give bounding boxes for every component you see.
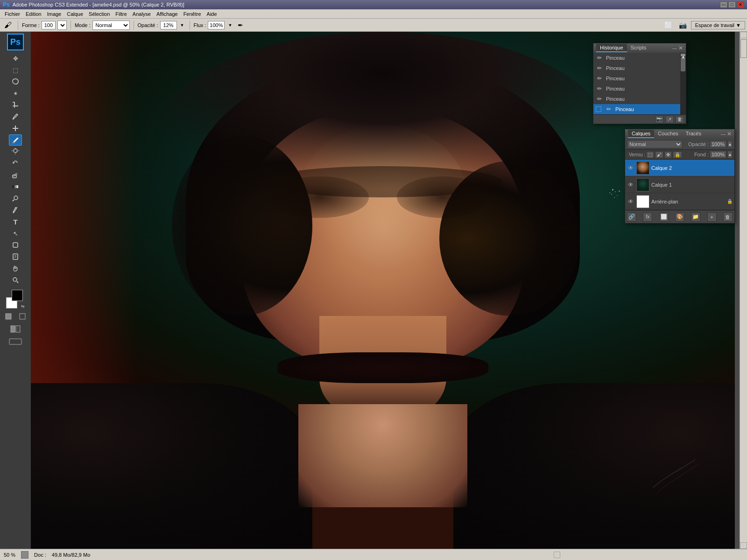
menu-affichage[interactable]: Affichage xyxy=(154,10,181,18)
tool-dodge[interactable] xyxy=(9,193,22,204)
lock-paint-btn[interactable]: 🖌 xyxy=(655,151,663,158)
proof-colors-btn[interactable] xyxy=(21,551,28,559)
tool-crop[interactable] xyxy=(9,99,22,111)
delete-layer-btn[interactable]: 🗑 xyxy=(723,212,733,222)
lock-all-btn[interactable]: 🔒 xyxy=(673,151,682,158)
menu-image[interactable]: Image xyxy=(44,10,64,18)
layer-eye-calque2[interactable]: 👁 xyxy=(627,164,634,172)
layers-panel-header[interactable]: Calques Couches Tracés — ✕ xyxy=(625,129,734,139)
menu-calque[interactable]: Calque xyxy=(64,10,86,18)
fx-btn[interactable]: fx xyxy=(643,212,652,222)
layer-row-calque2[interactable]: 👁 Calque 2 xyxy=(625,160,734,176)
airbrush-btn[interactable]: ✒ xyxy=(235,20,246,30)
opacity-input[interactable] xyxy=(160,21,177,29)
foreground-color[interactable] xyxy=(12,290,23,301)
tool-pen[interactable] xyxy=(9,204,22,216)
new-layer-btn[interactable]: + xyxy=(707,212,717,222)
fond-input[interactable] xyxy=(710,151,726,158)
layer-eye-arriere[interactable]: 👁 xyxy=(627,198,634,205)
shape-size-input[interactable] xyxy=(42,21,56,29)
menu-edition[interactable]: Edition xyxy=(23,10,44,18)
history-snapshot-btn[interactable]: 📷 xyxy=(655,116,663,123)
tool-type[interactable]: T xyxy=(9,216,22,227)
flux-input[interactable] xyxy=(208,21,225,29)
tool-zoom[interactable] xyxy=(9,274,22,286)
tool-eyedropper[interactable] xyxy=(9,111,22,122)
tab-couches[interactable]: Couches xyxy=(654,130,682,138)
fond-up-btn[interactable]: ▲ xyxy=(727,151,733,158)
history-delete-btn[interactable]: 🗑 xyxy=(676,116,684,123)
menu-aide[interactable]: Aide xyxy=(204,10,220,18)
layers-blend-mode[interactable]: Normal xyxy=(627,140,683,148)
opacity-arrow-btn[interactable]: ▼ xyxy=(179,22,186,28)
layers-opacity-input[interactable] xyxy=(710,140,726,148)
app-maximize-button[interactable]: □ xyxy=(728,1,736,8)
tool-history-brush[interactable] xyxy=(9,158,22,169)
lock-transparent-btn[interactable]: ⬚ xyxy=(646,151,654,158)
layer-row-arriere[interactable]: 👁 Arrière-plan 🔒 xyxy=(625,193,734,210)
tool-brush[interactable] xyxy=(9,134,22,146)
menu-selection[interactable]: Sélection xyxy=(86,10,113,18)
camera-btn[interactable]: 📷 xyxy=(677,20,689,30)
tool-hand[interactable] xyxy=(9,263,22,274)
screen-mode-btn[interactable]: ⬜ xyxy=(662,20,675,30)
tool-clone[interactable] xyxy=(9,146,22,157)
history-panel-header[interactable]: Historique Scripts — ✕ xyxy=(593,43,686,53)
tool-shape[interactable] xyxy=(9,239,22,251)
opacity-up-btn[interactable]: ▲ xyxy=(727,140,733,148)
history-new-btn[interactable]: ↗ xyxy=(665,116,674,123)
history-item-5[interactable]: ✏ Pinceau xyxy=(593,104,680,114)
layers-close-btn[interactable]: ✕ xyxy=(727,131,732,137)
blend-mode-select[interactable]: Normal xyxy=(92,21,130,30)
layer-eye-calque1[interactable]: 👁 xyxy=(627,181,634,189)
scrollbar-thumb[interactable] xyxy=(740,39,747,58)
workspace-btn[interactable]: Espace de travail ▼ xyxy=(691,21,745,29)
add-mask-btn[interactable]: ⬜ xyxy=(659,212,669,222)
tool-quickmask[interactable] xyxy=(9,323,22,335)
layers-collapse-btn[interactable]: — xyxy=(720,131,726,137)
brush-preset-select[interactable] xyxy=(57,21,67,30)
app-close-button[interactable]: ✕ xyxy=(737,1,744,8)
app-minimize-button[interactable]: — xyxy=(720,1,727,8)
history-scroll-thumb[interactable] xyxy=(681,57,685,71)
tab-traces[interactable]: Tracés xyxy=(682,130,705,138)
history-scrollbar[interactable]: ▲ xyxy=(680,53,686,114)
tool-move[interactable]: ✥ xyxy=(9,53,22,64)
tool-magic-wand[interactable]: ✴ xyxy=(9,88,22,99)
tool-eraser[interactable] xyxy=(9,169,22,181)
history-item-1[interactable]: ✏ Pinceau xyxy=(593,63,680,73)
tool-frame[interactable] xyxy=(16,311,29,322)
history-collapse-btn[interactable]: — xyxy=(672,45,677,51)
history-item-3[interactable]: ✏ Pinceau xyxy=(593,84,680,94)
history-item-4[interactable]: ✏ Pinceau xyxy=(593,94,680,104)
tab-historique[interactable]: Historique xyxy=(596,44,627,52)
menu-analyse[interactable]: Analyse xyxy=(130,10,154,18)
tool-screenmode[interactable] xyxy=(7,336,24,347)
color-swatches[interactable]: ⇆ xyxy=(6,290,25,308)
layer-row-calque1[interactable]: 👁 Calque 1 xyxy=(625,176,734,193)
tool-gradient[interactable] xyxy=(9,181,22,192)
tool-mask[interactable] xyxy=(2,311,15,322)
tool-notes[interactable] xyxy=(9,251,22,262)
tab-scripts[interactable]: Scripts xyxy=(627,44,650,52)
history-scroll-up[interactable]: ▲ xyxy=(681,54,685,56)
history-item-0[interactable]: ✏ Pinceau xyxy=(593,53,680,63)
scrollbar-up-btn[interactable]: ▲ xyxy=(740,32,747,38)
tool-marquee[interactable]: ⬚ xyxy=(9,64,22,76)
menu-fenetre[interactable]: Fenêtre xyxy=(181,10,204,18)
tool-lasso[interactable] xyxy=(9,76,22,87)
scrollbar-down-btn[interactable]: ▼ xyxy=(740,542,747,549)
tool-healing[interactable] xyxy=(9,123,22,134)
link-layers-btn[interactable]: 🔗 xyxy=(627,212,636,222)
adjustment-btn[interactable]: 🎨 xyxy=(675,212,684,222)
tab-calques[interactable]: Calques xyxy=(628,130,654,138)
history-close-btn[interactable]: ✕ xyxy=(678,45,683,51)
tool-path-select[interactable]: ↖ xyxy=(9,228,22,239)
swap-colors-icon[interactable]: ⇆ xyxy=(21,304,25,308)
history-item-2[interactable]: ✏ Pinceau xyxy=(593,73,680,84)
menu-fichier[interactable]: Fichier xyxy=(2,10,23,18)
new-group-btn[interactable]: 📁 xyxy=(691,212,700,222)
right-scrollbar[interactable]: ▲ ▼ xyxy=(740,32,747,549)
flux-arrow-btn[interactable]: ▼ xyxy=(226,22,233,28)
canvas-scroll-right-btn[interactable]: ▶ xyxy=(554,552,560,558)
